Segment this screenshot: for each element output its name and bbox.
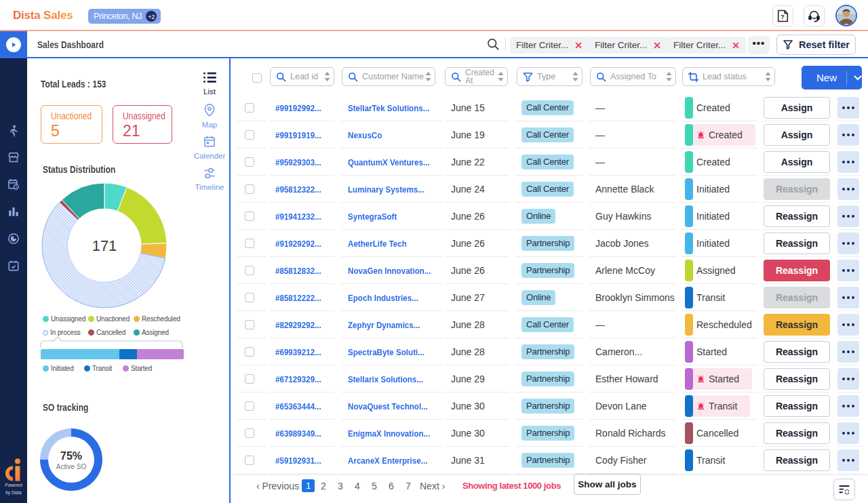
svg-text:?: ? — [781, 14, 785, 20]
